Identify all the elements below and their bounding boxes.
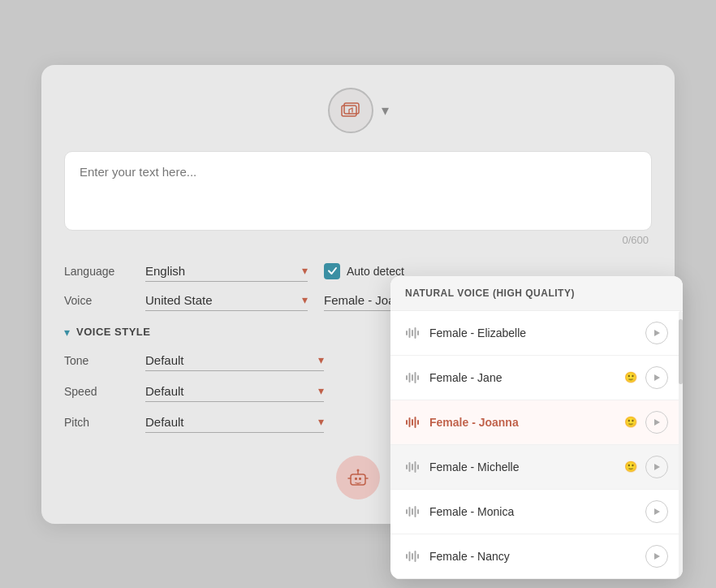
play-button-michelle[interactable] <box>645 456 668 478</box>
scrollbar-thumb[interactable] <box>679 319 683 384</box>
dropdown-item-elizabelle[interactable]: Female - Elizabelle <box>390 311 683 356</box>
svg-rect-26 <box>412 464 413 470</box>
item-name-elizabelle: Female - Elizabelle <box>429 326 637 339</box>
dropdown-item-monica[interactable]: Female - Monica <box>390 490 683 534</box>
svg-rect-14 <box>412 374 413 381</box>
voice-style-chevron-icon[interactable]: ▾ <box>64 326 70 339</box>
svg-marker-17 <box>654 374 660 381</box>
svg-rect-33 <box>415 506 416 517</box>
language-chevron-icon: ▾ <box>302 264 308 277</box>
waveform-icon <box>405 370 420 385</box>
voice-dropdown-panel: NATURAL VOICE (HIGH QUALITY) Female - El… <box>390 276 683 579</box>
voice-style-title: VOICE STYLE <box>76 326 150 338</box>
waveform-icon <box>405 415 420 430</box>
play-button-joanna[interactable] <box>645 411 668 434</box>
item-name-michelle: Female - Michelle <box>429 460 619 473</box>
svg-rect-28 <box>417 465 419 469</box>
svg-rect-31 <box>409 507 411 517</box>
item-name-monica: Female - Monica <box>429 505 637 518</box>
svg-rect-32 <box>412 508 413 515</box>
play-button-nancy[interactable] <box>645 545 668 568</box>
dropdown-item-joanna[interactable]: Female - Joanna 🙂 <box>390 400 683 445</box>
robot-button[interactable] <box>336 456 380 499</box>
svg-rect-3 <box>355 478 357 480</box>
svg-rect-40 <box>417 554 419 559</box>
svg-rect-15 <box>415 372 416 383</box>
svg-rect-24 <box>406 465 408 469</box>
auto-detect-checkbox[interactable] <box>324 263 340 279</box>
dropdown-item-nancy[interactable]: Female - Nancy <box>390 534 683 579</box>
scrollbar-track <box>679 311 683 579</box>
header-chevron-icon[interactable]: ▾ <box>382 102 389 119</box>
svg-rect-39 <box>415 551 416 562</box>
play-button-monica[interactable] <box>645 500 668 523</box>
svg-marker-23 <box>654 419 660 426</box>
text-input-area[interactable] <box>64 151 652 231</box>
svg-rect-4 <box>359 478 361 480</box>
svg-rect-9 <box>415 327 416 339</box>
play-button-elizabelle[interactable] <box>645 322 668 344</box>
pitch-select[interactable]: Default ▾ <box>145 412 324 433</box>
waveform-icon <box>405 326 420 340</box>
tone-label: Tone <box>64 354 145 367</box>
speed-value: Default <box>145 384 312 398</box>
pitch-chevron-icon: ▾ <box>318 415 324 428</box>
pitch-value: Default <box>145 415 312 429</box>
item-name-joanna: Female - Joanna <box>429 416 619 429</box>
pitch-label: Pitch <box>64 416 145 429</box>
voice-region-value: United State <box>145 293 295 307</box>
voice-region-select[interactable]: United State ▾ <box>145 290 308 311</box>
header-row: ▾ <box>64 88 652 133</box>
svg-marker-41 <box>654 553 660 560</box>
speed-label: Speed <box>64 385 145 398</box>
svg-point-5 <box>357 469 360 471</box>
svg-rect-6 <box>406 331 408 335</box>
svg-rect-20 <box>412 419 413 426</box>
robot-icon <box>347 467 369 488</box>
svg-rect-13 <box>409 373 411 383</box>
language-select[interactable]: English ▾ <box>145 261 308 282</box>
tone-value: Default <box>145 353 312 367</box>
speed-select[interactable]: Default ▾ <box>145 381 324 402</box>
svg-rect-16 <box>417 375 419 380</box>
svg-rect-12 <box>406 375 408 380</box>
item-emoji-jane: 🙂 <box>624 371 637 383</box>
svg-rect-19 <box>409 417 411 427</box>
svg-rect-25 <box>409 462 411 472</box>
dropdown-header: NATURAL VOICE (HIGH QUALITY) <box>390 276 683 311</box>
dropdown-item-jane[interactable]: Female - Jane 🙂 <box>390 356 683 400</box>
svg-marker-29 <box>654 464 660 470</box>
dropdown-item-michelle[interactable]: Female - Michelle 🙂 <box>390 445 683 490</box>
svg-rect-36 <box>406 554 408 559</box>
svg-rect-30 <box>406 509 408 514</box>
voice-region-chevron-icon: ▾ <box>302 293 308 306</box>
main-card: ▾ 0/600 Language English ▾ Auto detect V… <box>41 65 675 524</box>
item-name-jane: Female - Jane <box>429 371 619 384</box>
text-input[interactable] <box>80 165 636 214</box>
music-icon-circle <box>328 88 373 133</box>
svg-rect-27 <box>415 461 416 473</box>
svg-marker-35 <box>654 508 660 515</box>
play-button-jane[interactable] <box>645 366 668 389</box>
svg-rect-8 <box>412 330 413 336</box>
svg-rect-10 <box>417 331 419 335</box>
svg-rect-34 <box>417 509 419 514</box>
music-cards-icon <box>339 99 362 122</box>
speed-chevron-icon: ▾ <box>318 384 324 397</box>
svg-rect-18 <box>406 420 408 425</box>
svg-rect-21 <box>415 417 416 428</box>
item-emoji-michelle: 🙂 <box>624 460 637 473</box>
dropdown-list: Female - Elizabelle Female - Jane <box>390 311 683 579</box>
waveform-icon <box>405 504 420 519</box>
svg-rect-22 <box>417 420 419 425</box>
svg-rect-7 <box>409 328 411 338</box>
auto-detect-label: Auto detect <box>347 265 404 278</box>
svg-rect-37 <box>409 551 411 561</box>
svg-marker-11 <box>654 330 660 336</box>
tone-chevron-icon: ▾ <box>318 353 324 366</box>
checkmark-icon <box>327 266 338 276</box>
item-name-nancy: Female - Nancy <box>429 550 637 563</box>
tone-select[interactable]: Default ▾ <box>145 350 324 371</box>
item-emoji-joanna: 🙂 <box>624 416 637 428</box>
char-count: 0/600 <box>64 234 652 246</box>
